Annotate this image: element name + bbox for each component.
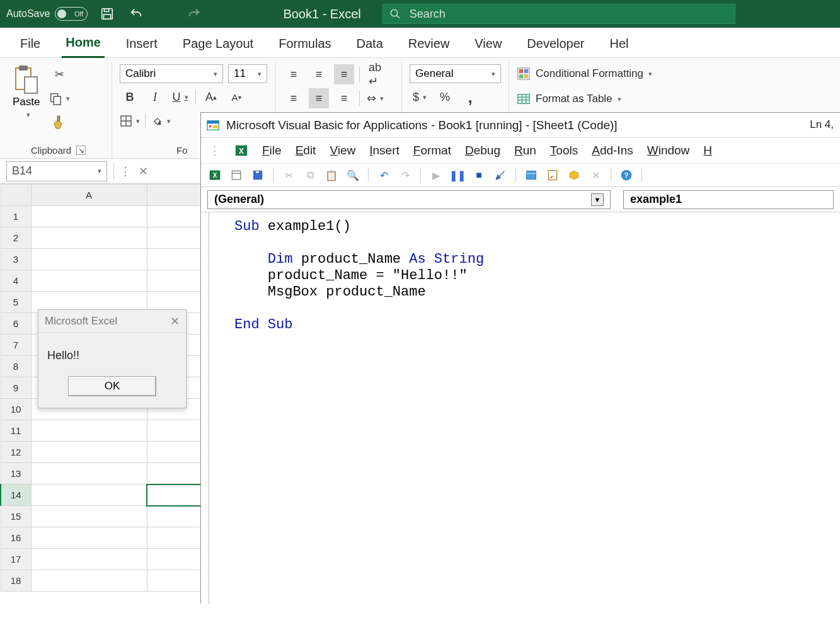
redo-dropdown[interactable] [214, 4, 233, 23]
search-box[interactable]: Search [383, 4, 735, 24]
row-header-13[interactable]: 13 [1, 463, 31, 484]
vba-menu-add-ins[interactable]: Add-Ins [592, 144, 633, 157]
vba-procedure-dropdown[interactable]: example1 [623, 190, 834, 209]
row-header-10[interactable]: 10 [1, 399, 31, 420]
qat-customize-icon[interactable] [243, 4, 262, 23]
cell-a2[interactable] [31, 227, 147, 249]
vba-menu-file[interactable]: File [262, 144, 282, 157]
decrease-font-icon[interactable]: A▾ [226, 87, 246, 107]
row-header-16[interactable]: 16 [1, 527, 31, 549]
ok-button[interactable]: OK [68, 376, 156, 396]
format-as-table-button[interactable]: Format as Table▾ [517, 89, 691, 108]
row-header-15[interactable]: 15 [1, 506, 31, 527]
copy-icon[interactable] [49, 88, 70, 108]
vba-menu-edit[interactable]: Edit [296, 144, 316, 157]
tab-home[interactable]: Home [62, 30, 105, 58]
wrap-text-icon[interactable]: ab↵ [365, 64, 385, 84]
cell-a4[interactable] [31, 270, 147, 292]
cell-a17[interactable] [31, 549, 147, 570]
name-box[interactable]: B14▾ [6, 161, 107, 181]
vba-toolbox-icon[interactable]: ✕ [588, 168, 603, 183]
italic-button[interactable]: I [145, 87, 165, 107]
number-format-select[interactable]: General▾ [410, 64, 501, 83]
row-header-18[interactable]: 18 [1, 570, 31, 592]
row-header-9[interactable]: 9 [1, 377, 31, 399]
redo-icon[interactable] [185, 4, 204, 23]
align-center-icon[interactable]: ≡ [309, 88, 329, 108]
cell-a12[interactable] [31, 442, 147, 463]
clipboard-launcher[interactable]: ↘ [76, 146, 86, 155]
row-header-17[interactable]: 17 [1, 549, 31, 570]
align-left-icon[interactable]: ≡ [284, 88, 304, 108]
row-header-11[interactable]: 11 [1, 420, 31, 442]
vba-menu-debug[interactable]: Debug [465, 144, 500, 157]
cancel-formula-icon[interactable]: ✕ [134, 161, 152, 181]
vba-menu-tools[interactable]: Tools [550, 144, 578, 157]
row-header-5[interactable]: 5 [1, 292, 31, 313]
paste-dropdown[interactable] [23, 108, 30, 117]
cell-a13[interactable] [31, 463, 147, 484]
tab-hel[interactable]: Hel [606, 32, 633, 57]
tab-developer[interactable]: Developer [523, 32, 588, 57]
vba-menu-window[interactable]: Window [647, 144, 690, 157]
borders-button[interactable] [120, 111, 140, 131]
close-icon[interactable]: ✕ [170, 314, 180, 328]
undo-dropdown[interactable] [156, 4, 175, 23]
tab-view[interactable]: View [471, 32, 505, 57]
cell-a18[interactable] [31, 570, 147, 592]
row-header-2[interactable]: 2 [1, 227, 31, 249]
vba-menu-handle[interactable]: ⋮ [209, 144, 221, 158]
align-bottom-icon[interactable]: ≡ [334, 64, 354, 84]
paste-icon[interactable] [13, 64, 40, 94]
increase-font-icon[interactable]: A▴ [201, 87, 221, 107]
vba-undo-icon[interactable]: ↶ [376, 168, 391, 183]
align-middle-icon[interactable]: ≡ [309, 64, 329, 84]
cell-a11[interactable] [31, 420, 147, 442]
row-header-1[interactable]: 1 [1, 206, 31, 227]
cell-a16[interactable] [31, 527, 147, 549]
row-header-4[interactable]: 4 [1, 270, 31, 292]
select-all-corner[interactable] [1, 185, 31, 206]
tab-insert[interactable]: Insert [122, 32, 161, 57]
vba-code-pane[interactable]: Sub example1() Dim product_Name As Strin… [209, 212, 840, 604]
vba-help-icon[interactable]: ? [619, 168, 634, 183]
vba-design-mode-icon[interactable] [493, 168, 508, 183]
vba-menu-format[interactable]: Format [413, 144, 451, 157]
vba-excel-icon[interactable]: X [234, 144, 248, 158]
undo-icon[interactable] [127, 4, 146, 23]
row-header-14[interactable]: 14 [1, 484, 31, 506]
col-header-a[interactable]: A [31, 185, 147, 206]
vba-save-icon[interactable] [250, 168, 265, 183]
save-icon[interactable] [98, 4, 117, 23]
row-header-6[interactable]: 6 [1, 313, 31, 335]
cell-a3[interactable] [31, 249, 147, 270]
font-name-select[interactable]: Calibri▾ [120, 64, 223, 83]
vba-object-dropdown[interactable]: (General)▼ [207, 190, 611, 209]
conditional-formatting-button[interactable]: Conditional Formatting▾ [517, 64, 691, 83]
vba-properties-icon[interactable] [545, 168, 560, 183]
autosave-toggle[interactable]: AutoSave Off [6, 7, 88, 21]
row-header-12[interactable]: 12 [1, 442, 31, 463]
autosave-switch[interactable]: Off [55, 7, 88, 21]
vba-paste-icon[interactable]: 📋 [324, 168, 339, 183]
vba-menu-run[interactable]: Run [514, 144, 536, 157]
tab-file[interactable]: File [16, 32, 44, 57]
vba-menu-h[interactable]: H [703, 144, 712, 157]
merge-center-icon[interactable]: ⇔ [365, 88, 385, 108]
cell-a15[interactable] [31, 506, 147, 527]
vba-find-icon[interactable]: 🔍 [345, 168, 360, 183]
vba-menu-view[interactable]: View [330, 144, 355, 157]
formula-bar-handle[interactable]: ⋮ [117, 161, 134, 181]
vba-view-excel-icon[interactable]: X [207, 168, 222, 183]
cell-a14[interactable] [31, 484, 147, 506]
vba-break-icon[interactable]: ❚❚ [450, 168, 465, 183]
fill-color-button[interactable] [151, 111, 171, 131]
comma-format-icon[interactable]: , [460, 87, 480, 107]
font-size-select[interactable]: 11▾ [228, 64, 267, 83]
tab-review[interactable]: Review [405, 32, 454, 57]
percent-format-icon[interactable]: % [435, 87, 455, 107]
tab-formulas[interactable]: Formulas [275, 32, 335, 57]
vba-copy-icon[interactable]: ⧉ [302, 168, 318, 183]
row-header-3[interactable]: 3 [1, 249, 31, 270]
vba-insert-module-icon[interactable] [229, 168, 244, 183]
